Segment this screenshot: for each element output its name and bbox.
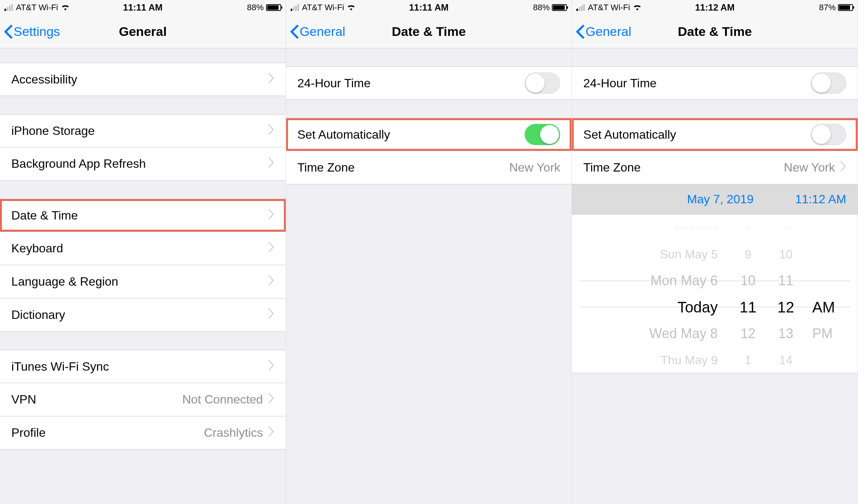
row-label: Accessibility <box>11 73 268 87</box>
picker-hour-column[interactable]: 8 9 10 11 12 1 2 <box>729 215 767 373</box>
battery-percent: 88% <box>533 3 550 12</box>
toggle-24-hour[interactable] <box>525 73 560 94</box>
back-label: General <box>300 24 345 39</box>
picker-slot: 12 <box>740 320 756 347</box>
signal-icon <box>5 4 13 11</box>
row-set-automatically[interactable]: Set Automatically <box>286 118 572 151</box>
row-date-time[interactable]: Date & Time <box>0 199 286 232</box>
row-profile[interactable]: Profile Crashlytics <box>0 416 286 450</box>
row-label: VPN <box>11 393 182 407</box>
picker-slot: PM <box>812 320 833 347</box>
battery-percent: 87% <box>819 3 836 12</box>
row-time-zone: Time Zone New York <box>286 151 572 184</box>
row-label: Date & Time <box>11 209 268 223</box>
spacer <box>572 373 858 385</box>
carrier-label: AT&T Wi-Fi <box>588 3 630 12</box>
chevron-left-icon <box>290 25 299 39</box>
row-label: Time Zone <box>583 161 784 175</box>
toggle-set-automatically[interactable] <box>525 124 560 145</box>
row-current-datetime[interactable]: May 7, 2019 11:12 AM <box>572 184 858 215</box>
toggle-set-automatically[interactable] <box>811 124 846 145</box>
row-dictionary[interactable]: Dictionary <box>0 298 286 332</box>
picker-slot: 8 <box>745 221 751 235</box>
back-button[interactable]: Settings <box>4 24 60 39</box>
row-label: Set Automatically <box>297 128 525 142</box>
carrier-label: AT&T Wi-Fi <box>302 3 344 12</box>
row-iphone-storage[interactable]: iPhone Storage <box>0 114 286 147</box>
nav-title: Date & Time <box>678 24 752 39</box>
toggle-24-hour[interactable] <box>811 73 846 94</box>
status-time: 11:11 AM <box>123 2 163 13</box>
picker-slot-selected: AM <box>812 294 835 320</box>
picker-slot-selected: Today <box>677 294 718 320</box>
picker-minute-column[interactable]: 09 10 11 12 13 14 15 <box>767 215 805 373</box>
status-time: 11:12 AM <box>695 2 734 13</box>
nav-bar: General Date & Time <box>572 15 858 48</box>
signal-icon <box>291 4 299 11</box>
wifi-icon <box>60 3 70 12</box>
current-time: 11:12 AM <box>795 192 846 206</box>
chevron-right-icon <box>268 308 274 322</box>
carrier-label: AT&T Wi-Fi <box>16 3 58 12</box>
row-label: iTunes Wi-Fi Sync <box>11 360 268 374</box>
row-label: Time Zone <box>297 161 509 175</box>
chevron-right-icon <box>268 73 274 87</box>
row-label: Background App Refresh <box>11 157 268 171</box>
picker-slot: 14 <box>779 347 793 373</box>
picker-slot: Sat May 4 <box>674 221 718 235</box>
chevron-right-icon <box>840 161 846 175</box>
row-vpn[interactable]: VPN Not Connected <box>0 383 286 416</box>
back-label: Settings <box>14 24 60 39</box>
wifi-icon <box>346 3 356 12</box>
picker-date-column[interactable]: Sat May 4 Sun May 5 Mon May 6 Today Wed … <box>583 215 729 373</box>
chevron-right-icon <box>268 275 274 289</box>
row-label: 24-Hour Time <box>583 76 811 90</box>
battery-icon <box>266 4 281 11</box>
wifi-icon <box>632 3 642 12</box>
row-keyboard[interactable]: Keyboard <box>0 232 286 265</box>
status-bar: AT&T Wi-Fi 11:11 AM 88% <box>0 0 286 15</box>
screen-date-time-auto-on: AT&T Wi-Fi 11:11 AM 88% General Date & T… <box>286 0 572 504</box>
battery-percent: 88% <box>247 3 264 12</box>
row-value: New York <box>784 161 835 175</box>
nav-bar: General Date & Time <box>286 15 572 48</box>
row-set-automatically[interactable]: Set Automatically <box>572 118 858 151</box>
signal-icon <box>576 4 585 11</box>
row-label: Dictionary <box>11 308 268 322</box>
picker-slot: 9 <box>745 241 751 267</box>
status-bar: AT&T Wi-Fi 11:12 AM 87% <box>572 0 858 15</box>
chevron-left-icon <box>576 25 585 39</box>
status-time: 11:11 AM <box>409 2 448 13</box>
row-24-hour-time[interactable]: 24-Hour Time <box>286 66 572 100</box>
datetime-picker[interactable]: Sat May 4 Sun May 5 Mon May 6 Today Wed … <box>572 215 858 373</box>
picker-slot-selected: 11 <box>740 294 757 320</box>
chevron-left-icon <box>4 25 13 39</box>
row-accessibility[interactable]: Accessibility <box>0 63 286 96</box>
nav-title: General <box>119 24 167 39</box>
row-label: Set Automatically <box>583 128 811 142</box>
row-label: iPhone Storage <box>11 124 268 138</box>
row-value: New York <box>509 161 560 175</box>
row-background-app-refresh[interactable]: Background App Refresh <box>0 147 286 181</box>
nav-title: Date & Time <box>392 24 466 39</box>
back-button[interactable]: General <box>576 24 631 39</box>
back-button[interactable]: General <box>290 24 345 39</box>
picker-slot: Mon May 6 <box>650 267 718 294</box>
row-language-region[interactable]: Language & Region <box>0 265 286 298</box>
picker-slot-selected: 12 <box>777 294 795 320</box>
chevron-right-icon <box>268 393 274 407</box>
row-24-hour-time[interactable]: 24-Hour Time <box>572 66 858 100</box>
row-value: Not Connected <box>182 393 263 407</box>
nav-bar: Settings General <box>0 15 286 48</box>
row-label: 24-Hour Time <box>297 76 525 90</box>
chevron-right-icon <box>268 124 274 138</box>
screen-general: AT&T Wi-Fi 11:11 AM 88% Settings General… <box>0 0 286 504</box>
picker-ampm-column[interactable]: AM PM <box>805 215 846 373</box>
picker-slot: 10 <box>740 267 756 294</box>
chevron-right-icon <box>268 157 274 171</box>
picker-slot: 09 <box>781 221 791 235</box>
row-label: Keyboard <box>11 241 268 255</box>
battery-icon <box>838 4 853 11</box>
row-itunes-wifi-sync[interactable]: iTunes Wi-Fi Sync <box>0 350 286 383</box>
row-time-zone[interactable]: Time Zone New York <box>572 151 858 184</box>
